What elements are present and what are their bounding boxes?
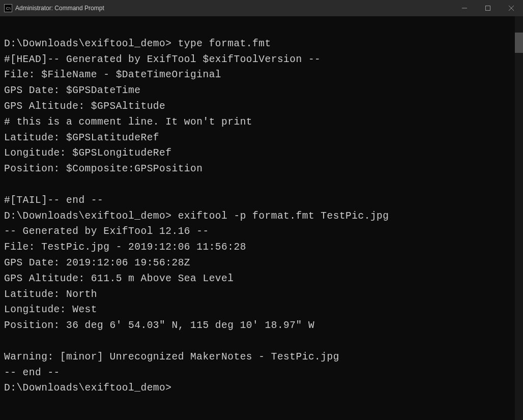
window-controls — [453, 0, 523, 16]
scrollbar-thumb[interactable] — [515, 33, 523, 53]
minimize-button[interactable] — [453, 0, 476, 16]
scrollbar-track[interactable] — [515, 16, 523, 420]
window-title: Administrator: Command Prompt — [15, 5, 453, 12]
close-button[interactable] — [500, 0, 523, 16]
close-icon — [509, 6, 514, 11]
maximize-button[interactable] — [476, 0, 500, 16]
minimize-icon — [462, 6, 467, 11]
svg-rect-1 — [486, 6, 490, 11]
window-titlebar[interactable]: C:\ Administrator: Command Prompt — [0, 0, 523, 16]
maximize-icon — [485, 6, 490, 11]
app-icon: C:\ — [4, 4, 12, 12]
terminal-body[interactable]: D:\Downloads\exiftool_demo> type format.… — [0, 16, 523, 420]
terminal-output: D:\Downloads\exiftool_demo> type format.… — [4, 20, 523, 396]
